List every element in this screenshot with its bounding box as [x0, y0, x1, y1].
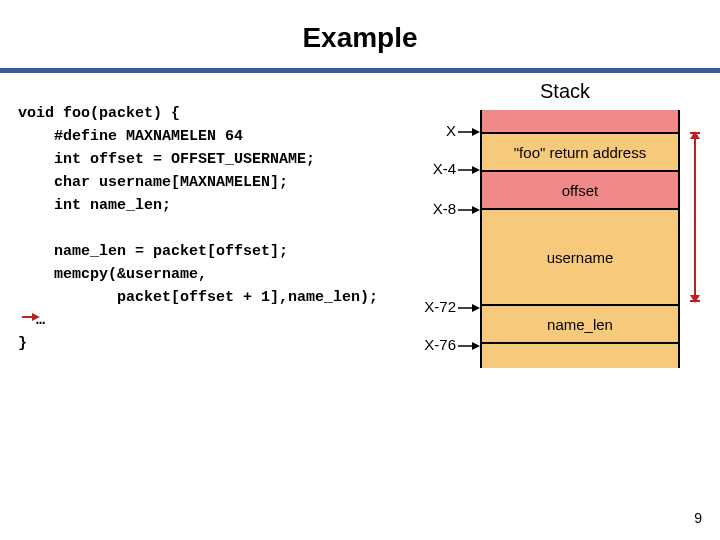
stack-row-top: [482, 110, 678, 132]
stack-size-indicator: [690, 132, 700, 302]
svg-marker-5: [472, 166, 480, 174]
stack-heading: Stack: [540, 80, 590, 103]
svg-marker-3: [472, 128, 480, 136]
arrow-right-icon: [458, 341, 480, 351]
stack-ptr-x-8: X-8: [416, 200, 456, 217]
code-pointer-arrow-icon: [22, 312, 40, 322]
code-line: #define MAXNAMELEN 64: [18, 128, 243, 145]
code-line: void foo(packet) {: [18, 105, 180, 122]
title-divider: [0, 68, 720, 73]
svg-marker-1: [32, 313, 40, 321]
svg-marker-9: [472, 304, 480, 312]
arrow-right-icon: [458, 127, 480, 137]
stack-ptr-x-72: X-72: [416, 298, 456, 315]
code-block: void foo(packet) { #define MAXNAMELEN 64…: [18, 102, 378, 355]
page-number: 9: [694, 510, 702, 526]
code-line: }: [18, 335, 27, 352]
stack-row-name-len: name_len: [482, 304, 678, 342]
stack-ptr-x-76: X-76: [416, 336, 456, 353]
arrow-right-icon: [458, 303, 480, 313]
arrow-right-icon: [458, 165, 480, 175]
stack-diagram: "foo" return address offset username nam…: [480, 110, 680, 368]
svg-marker-7: [472, 206, 480, 214]
stack-row-username: username: [482, 208, 678, 304]
arrow-right-icon: [458, 205, 480, 215]
code-line: memcpy(&username,: [18, 266, 207, 283]
stack-ptr-x: X: [416, 122, 456, 139]
code-line: int name_len;: [18, 197, 171, 214]
code-line: char username[MAXNAMELEN];: [18, 174, 288, 191]
slide-title: Example: [0, 0, 720, 54]
stack-row-bottom: [482, 342, 678, 368]
svg-marker-11: [472, 342, 480, 350]
stack-row-return-address: "foo" return address: [482, 132, 678, 170]
code-line: int offset = OFFSET_USERNAME;: [18, 151, 315, 168]
stack-ptr-x-4: X-4: [416, 160, 456, 177]
code-line: packet[offset + 1],name_len);: [18, 289, 378, 306]
stack-row-offset: offset: [482, 170, 678, 208]
code-line: name_len = packet[offset];: [18, 243, 288, 260]
